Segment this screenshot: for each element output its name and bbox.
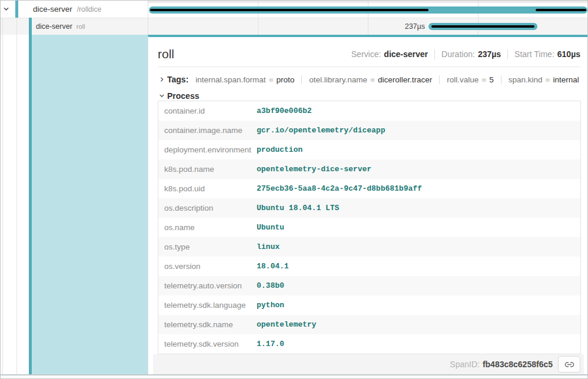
chevron-right-icon <box>158 77 166 82</box>
span-detail-footer: SpanID: fb483c8c6258f6c5 <box>153 354 584 374</box>
table-row: os.typelinux <box>158 237 580 257</box>
table-row: container.image.namegcr.io/opentelemetry… <box>158 121 580 140</box>
span-meta: Service: dice-server Duration: 237µs Sta… <box>351 49 580 59</box>
table-row: telemetry.sdk.version1.17.0 <box>158 334 580 354</box>
operation-name: /rolldice <box>77 5 101 14</box>
process-label: Process <box>167 91 199 101</box>
tag-item: internal.span.format = proto <box>195 75 294 84</box>
table-row: k8s.pod.nameopentelemetry-dice-server <box>158 159 580 179</box>
span-row-roll[interactable]: dice-server roll <box>1 18 148 35</box>
start-time-value: 610µs <box>557 49 580 59</box>
span-row-rolldice[interactable]: dice-server /rolldice <box>1 1 148 18</box>
span-self-time-stripe <box>150 9 428 11</box>
meta-separator <box>434 49 435 59</box>
jaeger-trace-detail-view: dice-server /rolldice dice-server roll 2… <box>0 0 588 379</box>
duration-label: Duration: <box>441 49 475 59</box>
service-name: dice-server <box>33 5 72 14</box>
process-section-toggle[interactable]: Process <box>158 90 199 102</box>
link-icon <box>564 360 574 370</box>
tag-item: span.kind = internal <box>501 75 579 84</box>
table-row: telemetry.sdk.languagepython <box>158 295 580 315</box>
span-self-time-stripe <box>536 9 586 11</box>
tree-indent-guide <box>2 18 3 374</box>
selected-span-highlight <box>32 35 148 374</box>
span-title: roll <box>158 47 174 61</box>
span-self-time-stripe <box>431 25 534 28</box>
table-row: k8s.pod.uid275ecb36-5aa8-4c2a-9c47-d8bb6… <box>158 179 580 198</box>
span-id-label: SpanID: <box>450 360 480 369</box>
chevron-down-icon <box>158 93 166 99</box>
chevron-down-icon[interactable] <box>1 6 11 12</box>
bottom-divider <box>1 374 588 375</box>
service-name: dice-server <box>36 22 72 31</box>
span-detail-header: roll Service: dice-server Duration: 237µ… <box>158 45 580 63</box>
tags-section-toggle[interactable]: Tags: internal.span.format = proto otel.… <box>158 72 580 87</box>
table-row: container.ida3bf90e006b2 <box>158 101 580 121</box>
start-time-label: Start Time: <box>514 49 554 59</box>
operation-name: roll <box>77 23 85 30</box>
span-id-value: fb483c8c6258f6c5 <box>483 360 553 369</box>
span-duration-label: 237µs <box>366 22 425 31</box>
table-row: os.descriptionUbuntu 18.04.1 LTS <box>158 198 580 218</box>
copy-span-link-button[interactable] <box>558 356 580 373</box>
table-row: telemetry.sdk.nameopentelemetry <box>158 315 580 334</box>
meta-separator <box>507 49 508 59</box>
table-row: os.nameUbuntu <box>158 218 580 237</box>
table-row: deployment.environmentproduction <box>158 140 580 159</box>
table-row: telemetry.auto.version0.38b0 <box>158 276 580 295</box>
span-bar-roll[interactable] <box>428 23 537 30</box>
span-detail-panel: roll Service: dice-server Duration: 237µ… <box>148 35 588 374</box>
tag-item: roll.value = 5 <box>439 75 493 84</box>
span-color-bar <box>15 1 18 18</box>
process-key-value-table: container.ida3bf90e006b2 container.image… <box>158 101 581 354</box>
tags-label: Tags: <box>167 75 188 84</box>
span-bar-rolldice[interactable] <box>149 6 587 14</box>
table-row: os.version18.04.1 <box>158 257 580 276</box>
tree-indent-guide <box>16 18 17 374</box>
header-divider <box>158 67 580 67</box>
tag-list: internal.span.format = proto otel.librar… <box>195 75 579 84</box>
service-value: dice-server <box>384 49 428 59</box>
duration-value: 237µs <box>478 49 501 59</box>
service-label: Service: <box>351 49 381 59</box>
tag-item: otel.library.name = diceroller.tracer <box>301 75 432 84</box>
